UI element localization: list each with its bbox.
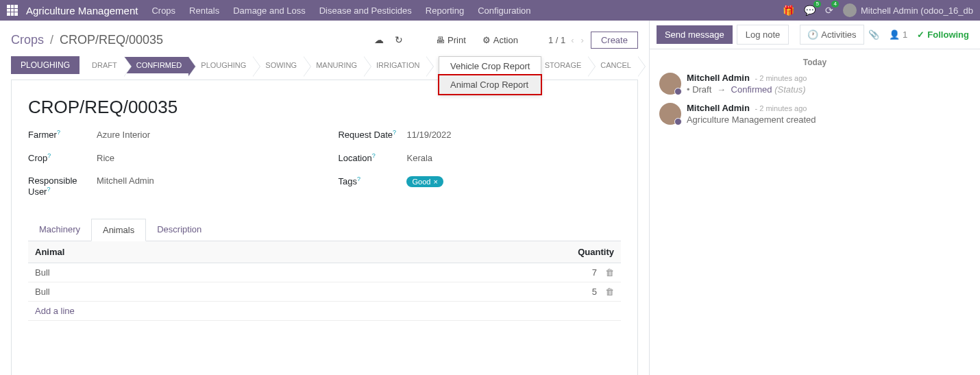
activity-icon[interactable]: ⟳4	[825, 5, 833, 16]
chat-badge: 5	[813, 1, 820, 8]
label-request-date: Request Date?	[338, 129, 406, 140]
avatar[interactable]	[659, 73, 681, 95]
user-name: Mitchell Admin (odoo_16_db	[861, 5, 973, 16]
cell-animal[interactable]: Bull	[28, 263, 304, 282]
stage-sowing[interactable]: SOWING	[253, 57, 304, 73]
print-button[interactable]: 🖶Print	[430, 32, 471, 48]
activity-badge: 4	[831, 1, 838, 8]
statusbar: DRAFT CONFIRMED PLOUGHING SOWING MANURIN…	[79, 57, 638, 73]
top-navbar: Agriculture Management Crops Rentals Dam…	[0, 0, 980, 21]
help-icon[interactable]: ?	[372, 152, 376, 159]
nav-menu: Crops Rentals Damage and Loss Disease an…	[151, 5, 783, 16]
tab-machinery[interactable]: Machinery	[28, 219, 91, 241]
chat-icon[interactable]: 💬5	[804, 5, 816, 16]
stage-confirmed[interactable]: CONFIRMED	[124, 57, 189, 73]
label-responsible: Responsible User?	[28, 176, 97, 197]
message: Mitchell Admin - 2 minutes ago Draft → C…	[650, 70, 980, 100]
following-button[interactable]: ✓Following	[917, 29, 969, 40]
label-tags: Tags?	[338, 176, 406, 186]
cell-qty[interactable]: 7	[592, 267, 597, 278]
check-icon: ✓	[917, 29, 924, 40]
help-icon[interactable]: ?	[357, 176, 360, 182]
gear-icon: ⚙	[482, 35, 491, 45]
nav-menu-item[interactable]: Disease and Pesticides	[319, 5, 412, 16]
action-dropdown: Vehicle Crop Report Animal Crop Report	[439, 56, 541, 95]
discard-icon[interactable]: ↻	[392, 32, 406, 48]
label-location: Location?	[338, 152, 406, 163]
message-author[interactable]: Mitchell Admin	[687, 73, 750, 83]
message-time: - 2 minutes ago	[755, 104, 807, 112]
attachment-icon[interactable]: 📎	[868, 29, 879, 40]
form-sheet: CROP/REQ/00035 Farmer? Azure Interior Cr…	[11, 80, 638, 375]
tag-good[interactable]: Good×	[406, 176, 443, 187]
pager-value[interactable]: 1 / 1	[548, 35, 565, 45]
label-farmer: Farmer?	[28, 129, 97, 140]
stage-manuring[interactable]: MANURING	[304, 57, 364, 73]
tracking-value: Draft → Confirmed (Status)	[687, 84, 807, 95]
table-row[interactable]: Bull 5🗑	[28, 282, 621, 302]
app-title[interactable]: Agriculture Management	[26, 5, 138, 16]
cell-animal[interactable]: Bull	[28, 282, 304, 302]
nav-menu-item[interactable]: Reporting	[426, 5, 464, 16]
add-line-row: Add a line	[28, 302, 621, 321]
animals-table: Animal Quantity Bull 7🗑 Bull 5🗑	[28, 241, 621, 340]
nav-menu-item[interactable]: Configuration	[478, 5, 530, 16]
ploughing-button[interactable]: PLOUGHING	[11, 56, 79, 74]
record-title: CROP/REQ/00035	[28, 97, 621, 118]
field-responsible[interactable]: Mitchell Admin	[97, 176, 154, 186]
add-line-link[interactable]: Add a line	[35, 306, 75, 316]
stage-draft[interactable]: DRAFT	[79, 57, 124, 73]
chatter: Send message Log note 🕐Activities 📎 👤 1 …	[650, 21, 980, 375]
breadcrumb-link[interactable]: Crops	[11, 33, 44, 47]
pager: 1 / 1 ‹ ›	[548, 35, 585, 45]
action-button[interactable]: ⚙Action	[477, 32, 524, 48]
table-row[interactable]: Bull 7🗑	[28, 263, 621, 282]
stage-ploughing[interactable]: PLOUGHING	[188, 57, 253, 73]
activities-button[interactable]: 🕐Activities	[800, 25, 863, 45]
col-animal[interactable]: Animal	[28, 241, 304, 263]
avatar[interactable]	[659, 103, 681, 125]
create-button[interactable]: Create	[591, 32, 638, 49]
nav-menu-item[interactable]: Rentals	[189, 5, 219, 16]
tab-animals[interactable]: Animals	[91, 219, 146, 241]
close-icon[interactable]: ×	[433, 178, 437, 186]
field-tags[interactable]: Good×	[406, 176, 443, 187]
clock-icon: 🕐	[807, 29, 818, 40]
field-crop[interactable]: Rice	[97, 153, 114, 163]
message-time: - 2 minutes ago	[755, 74, 807, 82]
field-request-date[interactable]: 11/19/2022	[406, 130, 451, 140]
breadcrumb-current: CROP/REQ/00035	[60, 33, 163, 47]
avatar	[843, 3, 857, 17]
label-crop: Crop?	[28, 152, 97, 163]
field-location[interactable]: Kerala	[406, 153, 432, 163]
gift-icon[interactable]: 🎁	[783, 5, 794, 16]
nav-menu-item[interactable]: Crops	[151, 5, 175, 16]
pager-prev-icon[interactable]: ‹	[569, 35, 575, 45]
log-note-button[interactable]: Log note	[737, 25, 789, 45]
help-icon[interactable]: ?	[47, 186, 50, 193]
trash-icon[interactable]: 🗑	[605, 287, 614, 297]
col-quantity[interactable]: Quantity	[304, 241, 621, 263]
cloud-icon[interactable]: ☁	[371, 32, 387, 48]
user-menu[interactable]: Mitchell Admin (odoo_16_db	[843, 3, 973, 17]
nav-menu-item[interactable]: Damage and Loss	[233, 5, 306, 16]
stage-irrigation[interactable]: IRRIGATION	[364, 57, 426, 73]
cell-qty[interactable]: 5	[592, 287, 597, 297]
field-farmer[interactable]: Azure Interior	[97, 130, 150, 140]
send-message-button[interactable]: Send message	[657, 25, 733, 44]
help-icon[interactable]: ?	[57, 129, 60, 136]
pager-next-icon[interactable]: ›	[580, 35, 585, 45]
dropdown-item-animal-report[interactable]: Animal Crop Report	[438, 74, 542, 95]
help-icon[interactable]: ?	[393, 129, 396, 136]
trash-icon[interactable]: 🗑	[605, 267, 614, 278]
notebook-tabs: Machinery Animals Description	[28, 219, 621, 241]
followers-button[interactable]: 👤 1	[889, 29, 907, 40]
apps-icon[interactable]	[7, 5, 18, 16]
breadcrumb-sep: /	[50, 33, 53, 47]
help-icon[interactable]: ?	[47, 152, 51, 159]
print-icon: 🖶	[436, 35, 445, 45]
message: Mitchell Admin - 2 minutes ago Agricultu…	[650, 100, 980, 130]
dropdown-item-vehicle-report[interactable]: Vehicle Crop Report	[439, 57, 541, 75]
message-author[interactable]: Mitchell Admin	[687, 103, 750, 113]
tab-description[interactable]: Description	[146, 219, 212, 241]
